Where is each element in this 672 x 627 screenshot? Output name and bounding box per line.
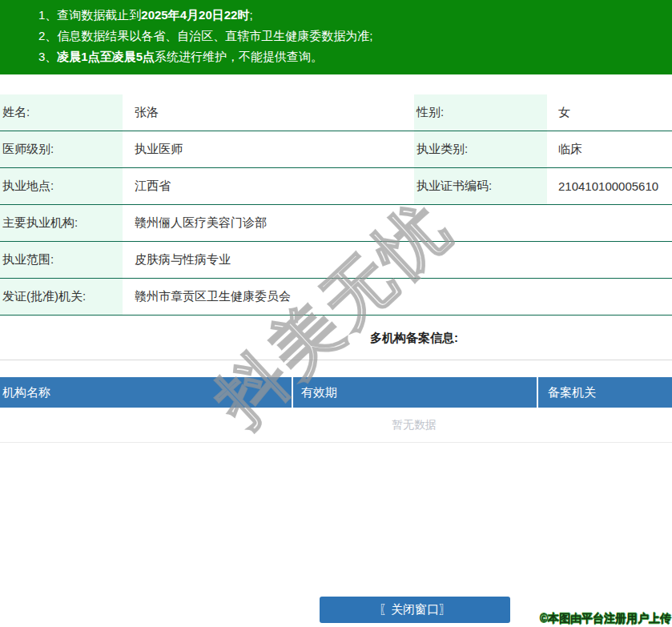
table-row: 主要执业机构: 赣州俪人医疗美容门诊部 <box>0 205 672 242</box>
filing-col-institution-name: 机构名称 <box>0 377 292 408</box>
field-practice-scope-value: 皮肤病与性病专业 <box>123 242 672 278</box>
field-issuing-authority-label: 发证(批准)机关: <box>0 279 123 315</box>
notice-line-2: 2、信息数据结果以各省、自治区、直辖市卫生健康委数据为准; <box>0 26 672 46</box>
field-certificate-number-value: 210410100005610 <box>547 168 672 204</box>
table-row: 姓名: 张洛 性别: 女 <box>0 94 672 131</box>
field-practice-category-value: 临床 <box>547 131 672 167</box>
notice-line-1: 1、查询数据截止到2025年4月20日22时; <box>0 5 672 26</box>
copyright-text: ©本图由平台注册用户上传 <box>540 612 671 626</box>
field-practice-location-label: 执业地点: <box>0 168 123 204</box>
notice-3-end: 系统进行维护，不能提供查询。 <box>155 50 323 63</box>
field-main-institution-label: 主要执业机构: <box>0 205 123 241</box>
field-practice-scope-label: 执业范围: <box>0 242 123 278</box>
filing-col-validity-period: 有效期 <box>293 377 537 408</box>
notice-1-end: ; <box>249 8 252 22</box>
field-name-value: 张洛 <box>123 94 414 131</box>
field-name-label: 姓名: <box>0 94 123 131</box>
empty-data-text: 暂无数据 <box>392 418 437 432</box>
field-certificate-number-label: 执业证书编码: <box>414 168 547 204</box>
filing-table-header: 机构名称 有效期 备案机关 <box>0 377 672 408</box>
notice-banner: 1、查询数据截止到2025年4月20日22时; 2、信息数据结果以各省、自治区、… <box>0 0 672 74</box>
field-main-institution-value: 赣州俪人医疗美容门诊部 <box>123 205 672 241</box>
doctor-license-query-page: 1、查询数据截止到2025年4月20日22时; 2、信息数据结果以各省、自治区、… <box>0 0 672 627</box>
filing-section-title: 多机构备案信息: <box>370 330 458 345</box>
field-issuing-authority-value: 赣州市章贡区卫生健康委员会 <box>123 279 672 315</box>
field-doctor-level-value: 执业医师 <box>123 131 414 167</box>
notice-3-maintenance-window: 凌晨1点至凌晨5点 <box>57 50 155 63</box>
field-doctor-level-label: 医师级别: <box>0 131 123 167</box>
filing-empty-row: 暂无数据 <box>0 408 672 443</box>
table-row: 执业地点: 江西省 执业证书编码: 210410100005610 <box>0 168 672 205</box>
field-practice-category-label: 执业类别: <box>414 131 547 167</box>
table-row: 发证(批准)机关: 赣州市章贡区卫生健康委员会 <box>0 279 672 316</box>
close-window-button[interactable]: 〖关闭窗口〗 <box>320 597 510 623</box>
notice-1-text: 1、查询数据截止到 <box>38 8 141 22</box>
field-gender-value: 女 <box>547 94 672 131</box>
notice-1-deadline: 2025年4月20日22时 <box>141 8 249 22</box>
notice-2-text: 2、信息数据结果以各省、自治区、直辖市卫生健康委数据为准; <box>38 29 373 42</box>
doctor-info-table: 姓名: 张洛 性别: 女 医师级别: 执业医师 执业类别: 临床 执业地点: 江… <box>0 94 672 316</box>
field-gender-label: 性别: <box>414 94 547 131</box>
notice-3-text: 3、 <box>38 50 57 63</box>
table-row: 医师级别: 执业医师 执业类别: 临床 <box>0 131 672 168</box>
filing-col-filing-authority: 备案机关 <box>538 377 672 408</box>
field-practice-location-value: 江西省 <box>123 168 414 204</box>
notice-line-3: 3、凌晨1点至凌晨5点系统进行维护，不能提供查询。 <box>0 46 672 67</box>
filing-section: 多机构备案信息: <box>0 316 672 360</box>
table-row: 执业范围: 皮肤病与性病专业 <box>0 242 672 279</box>
